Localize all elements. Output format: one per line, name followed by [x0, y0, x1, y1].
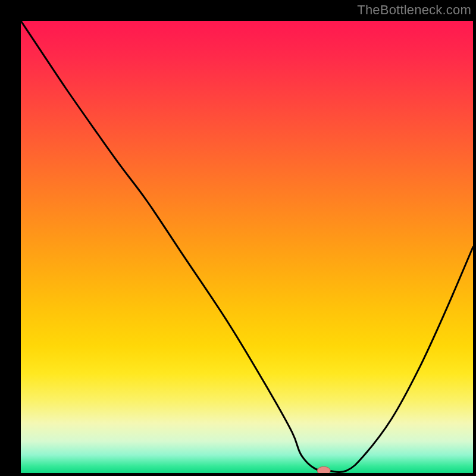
marker-dot: [317, 466, 330, 473]
chart-frame: TheBottleneck.com: [0, 0, 476, 476]
bottleneck-curve: [21, 21, 473, 472]
plot-area: [21, 21, 473, 473]
curve-svg: [21, 21, 473, 473]
watermark-text: TheBottleneck.com: [357, 2, 471, 18]
